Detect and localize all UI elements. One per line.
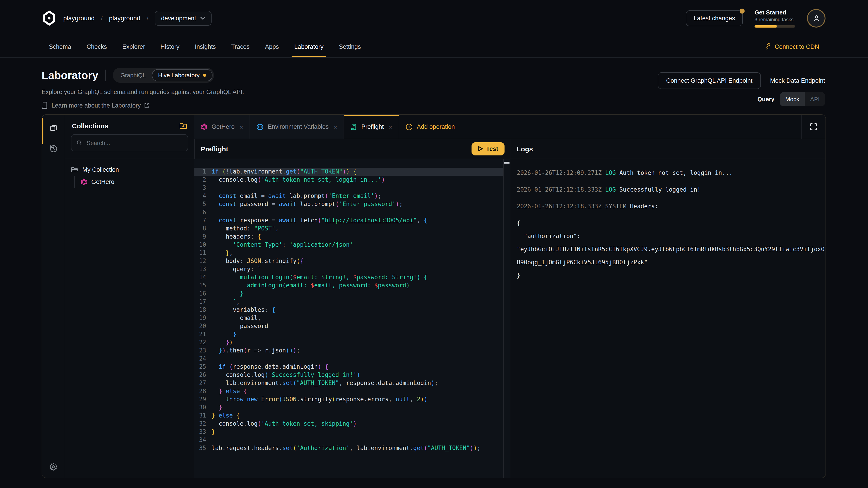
editor-scrollbar-thumb[interactable] [504,162,509,164]
add-operation-button[interactable]: Add operation [399,115,461,139]
code-line: 4 const email = await lab.prompt('Enter … [194,192,504,200]
preflight-header: Preflight Test [194,139,510,159]
collections-view-button[interactable] [42,123,65,132]
collections-icon [49,123,58,132]
line-number: 12 [194,257,206,265]
tab-preflight[interactable]: Preflight× [344,115,399,139]
target-select[interactable]: development [155,11,212,26]
log-message: Headers: [630,203,658,210]
line-number: 25 [194,363,206,371]
line-number: 21 [194,330,206,338]
line-number: 31 [194,412,206,420]
log-message: Successfully logged in! [619,186,701,193]
line-number: 35 [194,444,206,452]
mode-option-hive-laboratory[interactable]: Hive Laboratory [152,69,212,81]
notification-dot [740,8,745,13]
nav-item-laboratory[interactable]: Laboratory [294,36,323,57]
nav-item-traces[interactable]: Traces [231,36,250,57]
nav-item-checks[interactable]: Checks [87,36,107,57]
code-line: 24 [194,355,504,363]
log-level: LOG [605,186,616,193]
get-started-progressbar [754,25,795,27]
latest-changes-button[interactable]: Latest changes [686,10,743,26]
line-number: 32 [194,420,206,428]
code-line: 9 headers: { [194,233,504,241]
line-number: 20 [194,322,206,330]
graphql-icon [81,178,87,185]
breadcrumb-project[interactable]: playground [109,14,141,22]
line-number: 18 [194,306,206,314]
tab-gethero[interactable]: GetHero× [194,115,250,139]
connect-graphql-endpoint-button[interactable]: Connect GraphQL API Endpoint [657,72,761,89]
log-timestamp: 2026-01-26T12:12:09.271Z [517,169,602,176]
close-tab-icon[interactable]: × [240,123,243,130]
query-mode-api[interactable]: API [805,92,825,106]
line-number: 24 [194,355,206,363]
code-line: 35lab.request.headers.set('Authorization… [194,444,504,452]
code-line: 1if (!lab.environment.get("AUTH_TOKEN"))… [194,168,504,176]
code-line: 29 throw new Error(JSON.stringify(respon… [194,395,504,403]
collection-operation-gethero[interactable]: GetHero [81,176,188,188]
line-number: 28 [194,387,206,395]
nav-item-history[interactable]: History [160,36,180,57]
new-collection-icon[interactable] [180,123,187,129]
operation-tabs: GetHero×Environment Variables×Preflight×… [194,115,826,139]
nav-item-insights[interactable]: Insights [195,36,216,57]
graphql-icon [201,123,208,130]
add-icon [405,123,413,130]
nav-item-settings[interactable]: Settings [339,36,361,57]
code-line: 16 } [194,290,504,298]
collections-title: Collections [72,122,108,130]
mock-data-endpoint-button[interactable]: Mock Data Endpoint [770,77,825,84]
code-line: 27 lab.environment.set("AUTH_TOKEN", res… [194,379,504,387]
page-header: Laboratory GraphiQL Hive Laboratory Expl… [41,58,825,114]
code-line: 30 } [194,403,504,412]
query-mode-mock[interactable]: Mock [780,92,805,106]
test-button[interactable]: Test [471,142,504,155]
breadcrumb-org[interactable]: playground [63,14,95,22]
get-started-widget[interactable]: Get Started 3 remaining tasks [754,9,795,27]
nav-item-explorer[interactable]: Explorer [122,36,145,57]
divider [105,69,106,81]
nav-item-schema[interactable]: Schema [49,36,71,57]
line-number: 16 [194,290,206,298]
log-json-line: "authorization": [517,230,826,242]
history-view-button[interactable] [42,144,65,153]
code-line: 23 }).then(r => r.json()); [194,347,504,355]
close-tab-icon[interactable]: × [389,123,393,130]
line-number: 5 [194,200,206,208]
nav-item-apps[interactable]: Apps [265,36,279,57]
log-json-line: } [517,269,826,282]
code-line: 18 variables: { [194,306,504,314]
editor-scrollbar[interactable] [503,159,510,478]
tab-environment-variables[interactable]: Environment Variables× [250,115,344,139]
settings-button[interactable] [42,462,65,471]
logs-title: Logs [517,145,533,153]
search-icon [76,140,82,146]
collections-search[interactable] [71,134,188,151]
line-number: 34 [194,436,206,444]
user-avatar[interactable] [807,9,826,27]
line-number: 27 [194,379,206,387]
code-line: 7 const response = await fetch("http://l… [194,217,504,225]
log-json-line: "eyJhbGciOiJIUzI1NiIsInR5cCI6IkpXVCJ9.ey… [517,242,826,256]
fullscreen-button[interactable] [801,115,826,139]
book-icon [41,102,48,109]
line-number: 2 [194,176,206,184]
collection-folder[interactable]: My Collection [71,166,188,173]
log-entry: 2026-01-26T12:12:18.333Z LOG Successfull… [517,183,826,196]
preflight-code-editor[interactable]: 1if (!lab.environment.get("AUTH_TOKEN"))… [194,159,510,478]
folder-open-icon [71,166,78,173]
tab-label: Add operation [417,123,455,130]
learn-more-link[interactable]: Learn more about the Laboratory [41,102,825,109]
code-line: 20 password [194,322,504,330]
code-line: 8 method: "POST", [194,225,504,233]
connect-to-cdn-link[interactable]: Connect to CDN [764,36,819,57]
close-tab-icon[interactable]: × [334,123,337,130]
hive-logo-icon[interactable] [41,10,57,26]
collections-sidebar: Collections My Collect [65,115,195,478]
log-entry: 2026-01-26T12:12:18.333Z SYSTEM Headers: [517,200,826,213]
chevron-down-icon [200,17,205,20]
search-input[interactable] [86,139,183,147]
mode-option-graphiql[interactable]: GraphiQL [115,70,152,81]
